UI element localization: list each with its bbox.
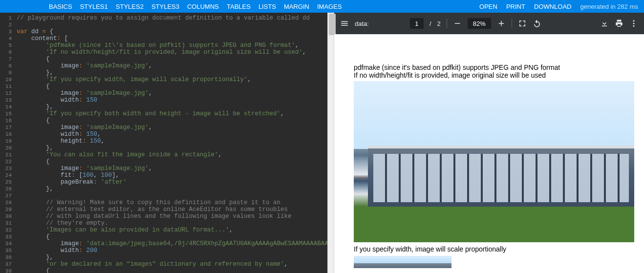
scrollbar-thumb[interactable]	[329, 14, 336, 35]
svg-point-2	[633, 25, 635, 27]
pdf-toolbar: data: 1 / 2 82%	[334, 13, 644, 34]
tab-styles2[interactable]: STYLES2	[116, 3, 144, 10]
code-area[interactable]: // playground requires you to assign doc…	[15, 13, 327, 273]
tab-columns[interactable]: COLUMNS	[187, 3, 219, 10]
zoom-level[interactable]: 82%	[468, 18, 491, 29]
pdf-preview-pane: data: 1 / 2 82% pdfmake (since it's base…	[334, 13, 644, 273]
page-current-input[interactable]: 1	[410, 18, 424, 29]
svg-point-0	[633, 20, 635, 21]
pdf-text-line: If you specify width, image will scale p…	[354, 245, 634, 253]
zoom-in-icon[interactable]	[497, 19, 506, 28]
tab-images[interactable]: IMAGES	[317, 3, 342, 10]
tab-margin[interactable]: MARGIN	[284, 3, 309, 10]
page-total: 2	[437, 20, 441, 27]
action-open[interactable]: OPEN	[479, 3, 497, 10]
code-editor[interactable]: 1234567891011121314151617181920212223242…	[0, 13, 327, 273]
tab-styles1[interactable]: STYLES1	[80, 3, 108, 10]
download-icon[interactable]	[600, 19, 609, 28]
pdf-image-scaled	[354, 256, 451, 268]
example-tabs: BASICSSTYLES1STYLES2STYLES3COLUMNSTABLES…	[0, 3, 342, 10]
action-print[interactable]: PRINT	[506, 3, 525, 10]
zoom-out-icon[interactable]	[453, 19, 462, 28]
tab-lists[interactable]: LISTS	[258, 3, 276, 10]
status-text: generated in 282 ms	[580, 3, 638, 10]
rotate-icon[interactable]	[533, 19, 541, 28]
pdf-filename: data:	[355, 20, 369, 27]
pdf-text-line: pdfmake (since it's based on pdfkit) sup…	[354, 63, 634, 71]
tab-styles3[interactable]: STYLES3	[151, 3, 179, 10]
svg-point-1	[633, 23, 635, 24]
page-separator: /	[429, 20, 431, 27]
editor-scrollbar[interactable]	[327, 13, 334, 273]
fit-page-icon[interactable]	[518, 19, 527, 28]
pdf-image-full	[354, 81, 634, 242]
menu-icon[interactable]	[340, 19, 349, 28]
print-icon[interactable]	[615, 19, 623, 28]
more-icon[interactable]	[629, 19, 638, 28]
line-gutter: 1234567891011121314151617181920212223242…	[0, 13, 15, 273]
top-nav-bar: BASICSSTYLES1STYLES2STYLES3COLUMNSTABLES…	[0, 0, 644, 13]
tab-basics[interactable]: BASICS	[49, 3, 72, 10]
pdf-text-line: If no width/height/fit is provided, imag…	[354, 71, 634, 79]
tab-tables[interactable]: TABLES	[227, 3, 251, 10]
action-download[interactable]: DOWNLOAD	[534, 3, 572, 10]
pdf-page-content[interactable]: pdfmake (since it's based on pdfkit) sup…	[334, 34, 644, 273]
